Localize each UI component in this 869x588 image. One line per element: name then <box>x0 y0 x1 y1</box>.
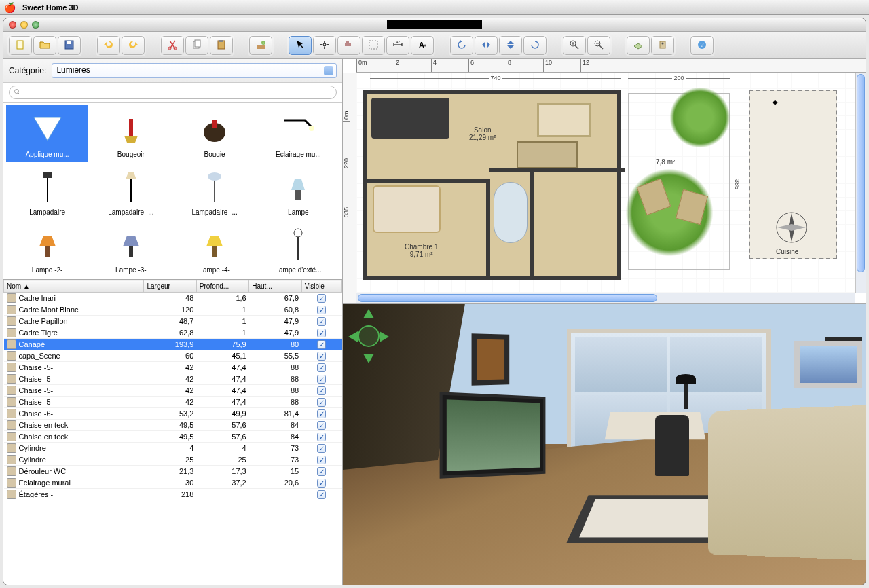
furniture-list[interactable]: Nom ▲ Largeur Profond... Haut... Visible… <box>3 279 342 585</box>
catalog-item[interactable]: Lampe -4- <box>174 221 256 277</box>
toolbar-create-text-button[interactable]: A+ <box>411 36 434 55</box>
plan-scrollbar-v[interactable] <box>855 73 866 293</box>
toolbar-cut-button[interactable] <box>161 36 184 55</box>
furniture-row[interactable]: Chaise -5-4247,488✓ <box>4 397 342 408</box>
toolbar-add-furniture-button[interactable]: + <box>249 36 272 55</box>
col-depth[interactable]: Profond... <box>196 280 248 293</box>
furniture-row[interactable]: capa_Scene6045,155,5✓ <box>4 350 342 362</box>
furniture-row[interactable]: Dérouleur WC21,317,315✓ <box>4 466 342 477</box>
catalog-item[interactable]: Bougie <box>174 105 256 162</box>
visible-checkbox[interactable]: ✓ <box>317 317 326 326</box>
catalog-item[interactable]: Lampadaire -... <box>90 163 172 219</box>
visible-checkbox[interactable]: ✓ <box>317 363 326 372</box>
nav-down-button[interactable] <box>363 354 374 363</box>
visible-checkbox[interactable]: ✓ <box>317 398 326 407</box>
nav-left-button[interactable] <box>348 331 358 342</box>
plan-2d-view[interactable]: 0m24681012 0m220335 740 200 Salon21,29 m… <box>343 59 866 304</box>
visible-checkbox[interactable]: ✓ <box>317 294 326 303</box>
toolbar-create-dimensions-button[interactable]: 42 <box>386 36 409 55</box>
app-menu-name[interactable]: Sweet Home 3D <box>22 3 79 12</box>
visible-checkbox[interactable]: ✓ <box>317 467 326 476</box>
room-chambre[interactable]: Chambre 19,71 m² <box>405 243 438 258</box>
visible-checkbox[interactable]: ✓ <box>317 340 326 349</box>
furniture-row[interactable]: Chaise en teck49,557,684✓ <box>4 420 342 431</box>
toolbar-3d-aerial-button[interactable] <box>627 36 650 55</box>
visible-checkbox[interactable]: ✓ <box>317 352 326 361</box>
catalog-item[interactable]: Bougeoir <box>90 105 172 162</box>
visible-checkbox[interactable]: ✓ <box>317 409 326 418</box>
toolbar-rotate-left-button[interactable] <box>450 36 473 55</box>
garden-area[interactable]: 7,8 m² <box>628 93 730 270</box>
visible-checkbox[interactable]: ✓ <box>317 444 326 453</box>
furniture-row[interactable]: Cylindre4473✓ <box>4 443 342 454</box>
catalog-item[interactable]: Lampe d'exté... <box>257 221 339 277</box>
view-3d[interactable] <box>343 304 866 585</box>
toolbar-undo-button[interactable] <box>97 36 120 55</box>
apple-menu-icon[interactable]: 🍎 <box>4 2 16 13</box>
catalog-panel[interactable]: Applique mu...BougeoirBougieEclairage mu… <box>3 103 342 279</box>
furniture-row[interactable]: Chaise -5-4247,488✓ <box>4 385 342 397</box>
furniture-row[interactable]: Eclairage mural3037,220,6✓ <box>4 477 342 489</box>
furniture-row[interactable]: Chaise -5-4247,488✓ <box>4 373 342 385</box>
catalog-item[interactable]: Lampe <box>257 163 339 219</box>
nav-right-button[interactable] <box>380 331 389 342</box>
toolbar-redo-button[interactable] <box>122 36 145 55</box>
furniture-row[interactable]: Cylindre252573✓ <box>4 454 342 466</box>
window-minimize-button[interactable] <box>20 21 28 29</box>
nav-center-button[interactable] <box>358 325 380 347</box>
furniture-row[interactable]: Cadre Tigre62,8147,9✓ <box>4 327 342 339</box>
toolbar-copy-button[interactable] <box>185 36 208 55</box>
catalog-item[interactable]: Lampe -2- <box>6 221 88 277</box>
category-selector[interactable]: Lumières <box>52 63 337 78</box>
window-titlebar[interactable] <box>3 18 866 32</box>
toolbar-create-walls-button[interactable] <box>337 36 360 55</box>
visible-checkbox[interactable]: ✓ <box>317 306 326 314</box>
toolbar-create-rooms-button[interactable] <box>362 36 385 55</box>
plan-scrollbar-h[interactable] <box>356 293 855 303</box>
col-width[interactable]: Largeur <box>144 280 196 293</box>
furniture-row[interactable]: Canapé193,975,980✓ <box>4 339 342 350</box>
visible-checkbox[interactable]: ✓ <box>317 386 326 395</box>
toolbar-pan-button[interactable] <box>313 36 336 55</box>
toolbar-zoom-out-button[interactable] <box>587 36 610 55</box>
furniture-row[interactable]: Cadre Papillon48,7147,9✓ <box>4 316 342 327</box>
toolbar-zoom-in-button[interactable] <box>563 36 586 55</box>
toolbar-select-button[interactable] <box>289 36 312 55</box>
toolbar-flip-h-button[interactable] <box>475 36 498 55</box>
plan-canvas[interactable]: 740 200 Salon21,29 m² Chambre 19,71 m² <box>356 73 866 293</box>
window-zoom-button[interactable] <box>32 21 39 29</box>
furniture-row[interactable]: Étagères -218✓ <box>4 489 342 500</box>
toolbar-flip-v-button[interactable] <box>499 36 522 55</box>
col-visible[interactable]: Visible <box>301 280 341 293</box>
col-height[interactable]: Haut... <box>249 280 301 293</box>
visible-checkbox[interactable]: ✓ <box>317 375 326 384</box>
visible-checkbox[interactable]: ✓ <box>317 421 326 430</box>
catalog-search-input[interactable] <box>9 86 337 99</box>
col-name[interactable]: Nom ▲ <box>4 280 144 293</box>
toolbar-save-file-button[interactable] <box>58 36 81 55</box>
furniture-row[interactable]: Chaise -6-53,249,981,4✓ <box>4 408 342 420</box>
furniture-row[interactable]: Cadre Inari481,667,9✓ <box>4 293 342 304</box>
catalog-item[interactable]: Lampe -3- <box>90 221 172 277</box>
catalog-item[interactable]: Lampadaire <box>6 163 88 219</box>
toolbar-help-button[interactable]: ? <box>690 36 714 55</box>
house-outline[interactable]: Salon21,29 m² Chambre 19,71 m² 5,16 m² <box>363 90 621 280</box>
furniture-row[interactable]: Chaise en teck49,557,684✓ <box>4 431 342 443</box>
toolbar-new-file-button[interactable] <box>9 36 32 55</box>
toolbar-3d-virtual-button[interactable] <box>651 36 674 55</box>
visible-checkbox[interactable]: ✓ <box>317 433 326 441</box>
catalog-item[interactable]: Eclairage mu... <box>257 105 339 162</box>
visible-checkbox[interactable]: ✓ <box>317 329 326 337</box>
toolbar-open-file-button[interactable] <box>33 36 56 55</box>
furniture-row[interactable]: Cadre Mont Blanc120160,8✓ <box>4 304 342 316</box>
room-salon[interactable]: Salon21,29 m² <box>469 126 496 141</box>
catalog-item[interactable]: Applique mu... <box>6 105 88 162</box>
window-close-button[interactable] <box>9 21 16 29</box>
nav-up-button[interactable] <box>363 309 374 318</box>
toolbar-rotate-right-button[interactable] <box>523 36 547 55</box>
toolbar-paste-button[interactable] <box>210 36 233 55</box>
visible-checkbox[interactable]: ✓ <box>317 490 326 499</box>
cuisine-area[interactable]: ✦ Cuisine <box>749 90 837 259</box>
furniture-row[interactable]: Chaise -5-4247,488✓ <box>4 362 342 373</box>
visible-checkbox[interactable]: ✓ <box>317 479 326 488</box>
